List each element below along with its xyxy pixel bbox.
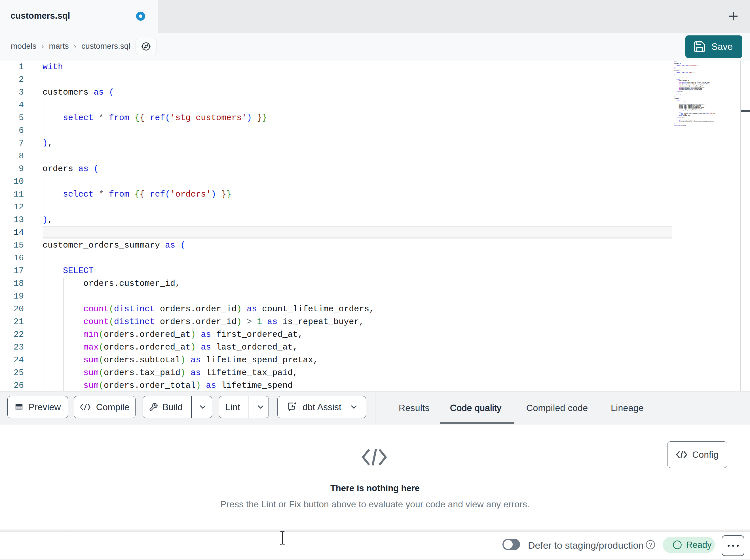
svg-text:?: ? — [649, 541, 652, 548]
